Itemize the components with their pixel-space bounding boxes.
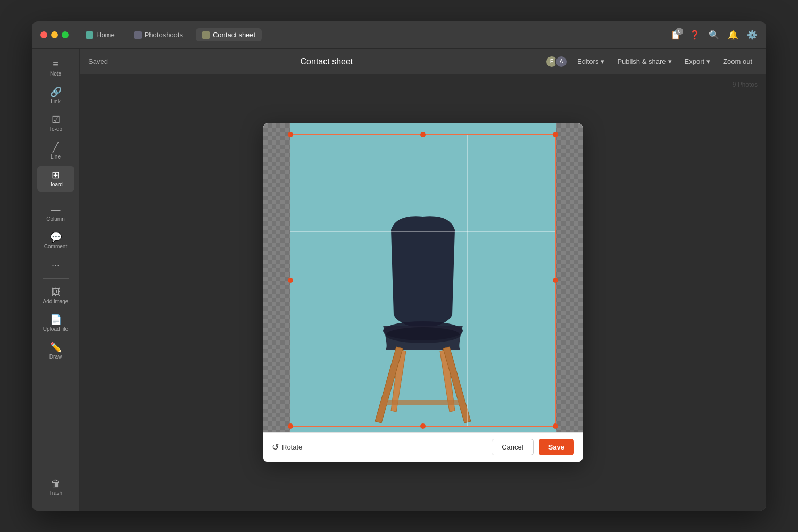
rotate-icon: ↺: [272, 442, 279, 452]
minimize-button[interactable]: [51, 31, 58, 38]
grid-line-v1: [379, 135, 379, 426]
maximize-button[interactable]: [62, 31, 69, 38]
clipboard-badge: 0: [676, 28, 683, 35]
crop-handle-top-center[interactable]: [420, 132, 426, 137]
photoshoots-tab-icon: [134, 31, 142, 39]
help-button[interactable]: ❓: [689, 30, 700, 40]
sidebar-item-trash[interactable]: 🗑 Trash: [37, 475, 74, 500]
title-bar: Home Photoshoots Contact sheet 📋 0 ❓ 🔍 🔔…: [32, 21, 766, 49]
app-window: Home Photoshoots Contact sheet 📋 0 ❓ 🔍 🔔…: [32, 21, 766, 511]
sidebar-item-more[interactable]: ···: [37, 256, 74, 274]
crop-box[interactable]: [290, 134, 556, 427]
sidebar-todo-label: To-do: [49, 126, 62, 132]
contact-tab-icon: [202, 31, 210, 39]
editors-label: Editors: [577, 57, 598, 65]
export-button[interactable]: Export ▾: [679, 55, 716, 68]
crop-footer: ↺ Rotate Cancel Save: [263, 432, 583, 462]
sidebar-item-upload-file[interactable]: 📄 Upload file: [37, 311, 74, 336]
clipboard-button[interactable]: 📋 0: [670, 30, 681, 40]
tab-contact-label: Contact sheet: [213, 31, 255, 39]
board-icon: ⊞: [52, 170, 60, 180]
settings-button[interactable]: ⚙️: [747, 30, 758, 40]
crop-handle-bottom-right[interactable]: [553, 423, 558, 429]
sidebar-item-comment[interactable]: 💬 Comment: [37, 228, 74, 254]
sidebar-item-todo[interactable]: ☑ To-do: [37, 111, 74, 136]
draw-icon: ✏️: [50, 343, 62, 352]
editors-chevron-icon: ▾: [601, 57, 604, 65]
more-icon: ···: [52, 260, 60, 270]
toolbar: Saved Contact sheet E A Editors ▾ Publis…: [80, 49, 766, 74]
sidebar-link-label: Link: [51, 98, 60, 104]
crop-handle-bottom-center[interactable]: [420, 423, 426, 429]
trash-icon: 🗑: [51, 479, 61, 488]
add-image-icon: 🖼: [51, 287, 61, 297]
footer-actions: Cancel Save: [492, 439, 574, 455]
rotate-label: Rotate: [282, 443, 302, 451]
publish-chevron-icon: ▾: [668, 57, 672, 65]
crop-handle-mid-right[interactable]: [553, 278, 558, 283]
publish-share-button[interactable]: Publish & share ▾: [612, 55, 677, 68]
sidebar-item-column[interactable]: ― Column: [37, 201, 74, 226]
crop-modal-overlay: ↺ Rotate Cancel Save: [80, 74, 766, 511]
cancel-button[interactable]: Cancel: [492, 439, 533, 455]
sidebar-add-image-label: Add image: [43, 298, 69, 304]
search-button[interactable]: 🔍: [709, 30, 719, 40]
notifications-button[interactable]: 🔔: [728, 30, 738, 40]
note-icon: ≡: [53, 60, 59, 69]
rotate-button[interactable]: ↺ Rotate: [272, 442, 302, 452]
sidebar-item-line[interactable]: ╱ Line: [37, 138, 74, 164]
sidebar-upload-file-label: Upload file: [43, 326, 68, 332]
sidebar-item-draw[interactable]: ✏️ Draw: [37, 338, 74, 364]
upload-file-icon: 📄: [50, 315, 62, 325]
editor-avatars: E A: [545, 55, 568, 68]
tab-photoshoots[interactable]: Photoshoots: [128, 28, 189, 41]
saved-status: Saved: [88, 57, 108, 65]
zoom-out-label: Zoom out: [723, 57, 752, 65]
save-button[interactable]: Save: [539, 439, 574, 455]
sidebar-item-board[interactable]: ⊞ Board: [37, 166, 74, 192]
sidebar-item-add-image[interactable]: 🖼 Add image: [37, 283, 74, 309]
sidebar-column-label: Column: [46, 216, 64, 222]
sidebar-board-label: Board: [48, 181, 63, 187]
sidebar-divider-1: [43, 196, 69, 196]
sidebar-item-note[interactable]: ≡ Note: [37, 55, 74, 81]
sidebar-note-label: Note: [50, 71, 61, 77]
zoom-out-button[interactable]: Zoom out: [718, 55, 758, 68]
main-layout: ≡ Note 🔗 Link ☑ To-do ╱ Line ⊞ Board ―: [32, 49, 766, 511]
export-label: Export: [685, 57, 705, 65]
export-chevron-icon: ▾: [706, 57, 710, 65]
tab-home-label: Home: [96, 31, 115, 39]
toolbar-right: E A Editors ▾ Publish & share ▾ Export ▾: [545, 55, 758, 68]
sidebar-item-link[interactable]: 🔗 Link: [37, 83, 74, 109]
canvas-area[interactable]: 9 Photos: [80, 74, 766, 511]
sidebar-draw-label: Draw: [49, 354, 62, 360]
line-icon: ╱: [53, 143, 59, 152]
page-title: Contact sheet: [108, 57, 545, 66]
tab-home[interactable]: Home: [79, 28, 121, 41]
grid-line-h1: [290, 231, 555, 232]
crop-image-area[interactable]: [263, 123, 583, 432]
sidebar-divider-2: [43, 278, 69, 279]
crop-handle-mid-left[interactable]: [288, 278, 293, 283]
content-area: Saved Contact sheet E A Editors ▾ Publis…: [80, 49, 766, 511]
grid-line-h2: [290, 329, 555, 329]
crop-dialog: ↺ Rotate Cancel Save: [263, 123, 583, 462]
todo-icon: ☑: [52, 115, 60, 124]
tab-contact[interactable]: Contact sheet: [196, 28, 262, 41]
crop-handle-bottom-left[interactable]: [288, 423, 293, 429]
column-icon: ―: [51, 205, 61, 214]
crop-handle-top-right[interactable]: [553, 132, 558, 137]
crop-mask-left: [263, 123, 290, 432]
sidebar-line-label: Line: [51, 154, 61, 160]
tab-photoshoots-label: Photoshoots: [145, 31, 183, 39]
editors-button[interactable]: Editors ▾: [572, 55, 610, 68]
comment-icon: 💬: [50, 232, 62, 242]
traffic-lights: [40, 31, 69, 38]
publish-share-label: Publish & share: [617, 57, 666, 65]
sidebar-trash-label: Trash: [49, 490, 62, 496]
grid-line-v2: [467, 135, 468, 426]
crop-handle-top-left[interactable]: [288, 132, 293, 137]
close-button[interactable]: [40, 31, 47, 38]
title-bar-right: 📋 0 ❓ 🔍 🔔 ⚙️: [670, 30, 758, 40]
sidebar-comment-label: Comment: [44, 244, 67, 250]
